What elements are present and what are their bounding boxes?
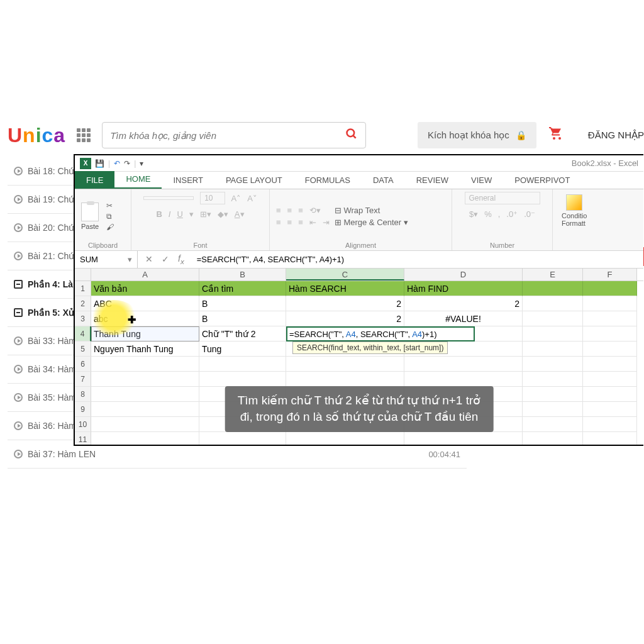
cell[interactable]: B <box>199 296 286 311</box>
cell[interactable]: abc <box>91 311 199 326</box>
row-header[interactable]: 11 <box>75 432 91 446</box>
accept-formula-icon[interactable]: ✓ <box>162 254 169 264</box>
cell[interactable] <box>583 281 637 296</box>
indent-increase-icon[interactable]: ⇥ <box>323 218 330 227</box>
cell[interactable] <box>199 372 286 387</box>
cell[interactable] <box>199 357 286 372</box>
cell[interactable] <box>583 341 637 357</box>
cut-icon[interactable]: ✂ <box>106 201 114 210</box>
cell[interactable]: Chữ "T" thứ 2 <box>199 326 286 341</box>
tab-data[interactable]: DATA <box>362 172 405 189</box>
comma-format-icon[interactable]: , <box>498 209 501 219</box>
cell[interactable] <box>523 341 583 357</box>
cell[interactable] <box>199 432 286 446</box>
increase-decimal-icon[interactable]: .0⁺ <box>506 209 518 219</box>
cell[interactable] <box>404 357 523 372</box>
row-header[interactable]: 7 <box>75 372 91 387</box>
align-left-icon[interactable]: ≡ <box>276 218 281 227</box>
font-name-dropdown[interactable] <box>143 196 194 200</box>
cell[interactable] <box>523 387 583 402</box>
editing-cell-c4[interactable]: =SEARCH("T", A4, SEARCH("T", A4)+1) <box>286 326 475 341</box>
cell[interactable] <box>523 311 583 326</box>
row-header[interactable]: 6 <box>75 357 91 372</box>
undo-icon[interactable]: ↶ <box>114 159 120 168</box>
align-center-icon[interactable]: ≡ <box>287 218 292 227</box>
cell[interactable]: Hàm SEARCH <box>286 281 404 296</box>
cell[interactable] <box>91 432 199 446</box>
tab-view[interactable]: VIEW <box>460 172 503 189</box>
merge-center-button[interactable]: ⊞ Merge & Center ▾ <box>335 218 408 227</box>
cell[interactable] <box>91 417 199 432</box>
cell[interactable]: B <box>199 311 286 326</box>
login-link[interactable]: ĐĂNG NHẬP <box>588 130 644 141</box>
decrease-decimal-icon[interactable]: .0⁻ <box>524 209 535 219</box>
bold-button[interactable]: B <box>156 209 162 219</box>
select-all-corner[interactable] <box>75 269 91 280</box>
cell[interactable] <box>91 387 199 402</box>
col-header-B[interactable]: B <box>199 269 286 280</box>
cell[interactable]: 2 <box>404 296 523 311</box>
cell[interactable] <box>583 417 637 432</box>
wrap-text-button[interactable]: ⊟ Wrap Text <box>335 206 408 215</box>
search-input[interactable] <box>110 130 345 141</box>
tab-powerpivot[interactable]: POWERPIVOT <box>503 172 581 189</box>
cell[interactable] <box>583 311 637 326</box>
col-header-A[interactable]: A <box>91 269 199 280</box>
accounting-format-icon[interactable]: $▾ <box>469 209 478 219</box>
cell[interactable] <box>286 372 404 387</box>
row-header[interactable]: 1 <box>75 281 91 296</box>
fill-color-button[interactable]: ◆▾ <box>218 209 228 219</box>
cell[interactable]: Văn bản <box>91 281 199 296</box>
cell[interactable] <box>523 402 583 417</box>
percent-format-icon[interactable]: % <box>484 209 492 219</box>
cell[interactable] <box>583 372 637 387</box>
increase-font-icon[interactable]: A˄ <box>231 194 242 203</box>
cell[interactable]: Nguyen Thanh Tung <box>91 341 199 357</box>
cell[interactable] <box>523 432 583 446</box>
conditional-formatting-button[interactable]: Conditio Formatt <box>559 192 589 230</box>
tab-review[interactable]: REVIEW <box>405 172 460 189</box>
border-button[interactable]: ⊞▾ <box>200 209 211 219</box>
customize-icon[interactable]: ▾ <box>140 159 143 168</box>
cell[interactable] <box>404 372 523 387</box>
activate-course-button[interactable]: Kích hoạt khóa học 🔒 <box>418 122 536 148</box>
font-color-button[interactable]: A▾ <box>235 209 245 219</box>
decrease-font-icon[interactable]: A˅ <box>247 194 257 203</box>
apps-grid-icon[interactable] <box>77 128 91 142</box>
fx-icon[interactable]: fx <box>178 253 184 265</box>
search-icon[interactable] <box>345 128 358 143</box>
redo-icon[interactable]: ↷ <box>124 159 130 168</box>
tab-formulas[interactable]: FORMULAS <box>294 172 362 189</box>
cell[interactable] <box>583 402 637 417</box>
cell[interactable] <box>286 357 404 372</box>
copy-icon[interactable]: ⧉ <box>106 212 114 221</box>
row-header[interactable]: 9 <box>75 402 91 417</box>
row-header[interactable]: 10 <box>75 417 91 432</box>
align-middle-icon[interactable]: ≡ <box>287 206 292 215</box>
cell[interactable] <box>523 357 583 372</box>
font-size-dropdown[interactable]: 10 <box>200 192 225 204</box>
name-box[interactable]: SUM▾ <box>75 251 138 268</box>
cell[interactable] <box>523 417 583 432</box>
cell[interactable]: Cần tìm <box>199 281 286 296</box>
row-header[interactable]: 3 <box>75 311 91 326</box>
cell[interactable] <box>91 372 199 387</box>
cell[interactable]: 2 <box>286 296 404 311</box>
align-bottom-icon[interactable]: ≡ <box>298 206 303 215</box>
col-header-F[interactable]: F <box>583 269 637 280</box>
formula-input[interactable]: =SEARCH("T", A4, SEARCH("T", A4)+1) <box>192 255 643 264</box>
cell[interactable] <box>286 432 404 446</box>
cell[interactable] <box>404 432 523 446</box>
tab-insert[interactable]: INSERT <box>162 172 214 189</box>
tab-page-layout[interactable]: PAGE LAYOUT <box>214 172 294 189</box>
align-top-icon[interactable]: ≡ <box>276 206 281 215</box>
number-format-dropdown[interactable]: General <box>465 192 540 204</box>
cart-icon[interactable] <box>548 126 564 145</box>
cell[interactable] <box>523 281 583 296</box>
row-header[interactable]: 4 <box>75 326 91 341</box>
cell[interactable] <box>583 357 637 372</box>
col-header-C[interactable]: C <box>286 269 404 280</box>
cell[interactable]: #VALUE! <box>404 311 523 326</box>
cell[interactable] <box>523 296 583 311</box>
cell[interactable]: 2 <box>286 311 404 326</box>
